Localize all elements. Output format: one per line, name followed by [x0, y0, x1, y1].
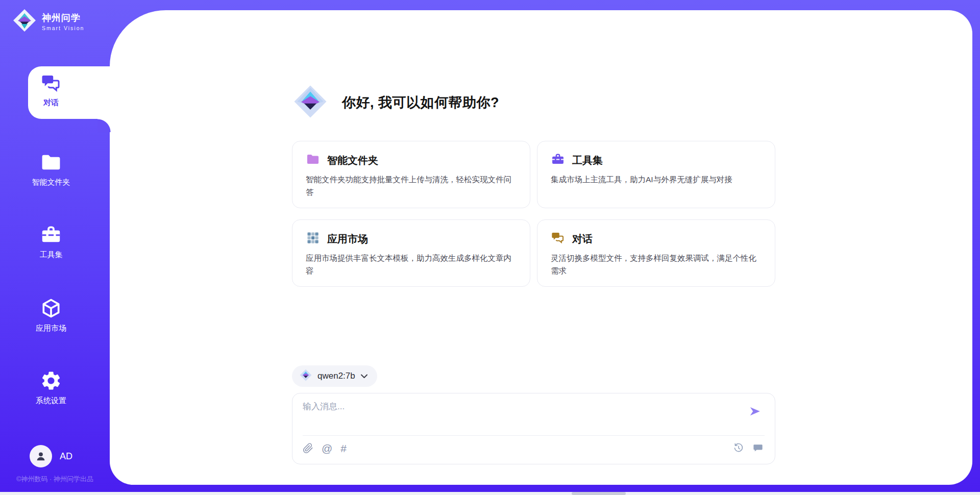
message-composer: @ #	[292, 393, 775, 464]
model-name: qwen2:7b	[317, 371, 355, 381]
history-icon[interactable]	[733, 442, 744, 454]
attachment-icon[interactable]	[303, 443, 313, 454]
horizontal-scrollbar[interactable]	[0, 492, 980, 495]
app-logo: 神州问学 Smart Vision	[12, 8, 84, 35]
gear-icon	[40, 369, 62, 392]
grid-icon	[306, 231, 320, 247]
sidebar-item-app-market[interactable]: 应用市场	[0, 297, 102, 333]
card-title: 对话	[572, 232, 593, 246]
card-chat[interactable]: 对话 灵活切换多模型文件，支持多样回复效果调试，满足个性化需求	[537, 219, 775, 287]
card-title: 智能文件夹	[327, 154, 378, 167]
greeting-row: 你好, 我可以如何帮助你?	[292, 83, 499, 122]
card-smart-folder[interactable]: 智能文件夹 智能文件夹功能支持批量文件上传与清洗，轻松实现文件问答	[292, 141, 530, 208]
sidebar-item-chat[interactable]: 对话	[0, 72, 102, 108]
folder-icon	[40, 151, 62, 174]
chat-icon	[40, 72, 62, 94]
card-description: 智能文件夹功能支持批量文件上传与清洗，轻松实现文件问答	[306, 173, 517, 199]
sidebar-item-smart-folder[interactable]: 智能文件夹	[0, 151, 102, 187]
sidebar: 神州问学 Smart Vision 对话 智能文件夹	[0, 0, 110, 495]
message-input[interactable]	[303, 401, 739, 429]
app-logo-icon	[12, 8, 37, 35]
toolbox-icon	[551, 152, 565, 168]
sidebar-item-settings[interactable]: 系统设置	[0, 369, 102, 406]
cube-icon	[40, 297, 62, 319]
model-diamond-icon	[299, 368, 312, 384]
card-app-market[interactable]: 应用市场 应用市场提供丰富长文本模板，助力高效生成多样化文章内容	[292, 219, 530, 287]
chat-bubble-icon[interactable]	[752, 442, 764, 454]
send-icon[interactable]	[748, 405, 762, 420]
sidebar-item-label: 智能文件夹	[32, 178, 70, 187]
main-content-panel: 你好, 我可以如何帮助你? 智能文件夹 智能文件夹功能支持批量文件上传与清洗，轻…	[110, 10, 972, 485]
mention-icon[interactable]: @	[322, 443, 332, 454]
card-title: 工具集	[572, 154, 603, 167]
user-name: AD	[60, 451, 72, 462]
active-tab-fillet	[97, 119, 111, 132]
card-title: 应用市场	[327, 232, 368, 246]
app-title: 神州问学	[42, 12, 84, 24]
sidebar-item-toolset[interactable]: 工具集	[0, 224, 102, 260]
card-toolset[interactable]: 工具集 集成市场上主流工具，助力AI与外界无缝扩展与对接	[537, 141, 775, 208]
sidebar-item-label: 应用市场	[36, 324, 66, 333]
chevron-down-icon	[360, 372, 368, 381]
toolbox-icon	[40, 224, 62, 246]
card-description: 应用市场提供丰富长文本模板，助力高效生成多样化文章内容	[306, 252, 517, 277]
composer-divider	[303, 435, 765, 436]
brand-diamond-icon	[292, 83, 329, 122]
sidebar-item-label: 系统设置	[36, 396, 66, 406]
copyright-text: ©神州数码 · 神州问学出品	[0, 475, 110, 484]
model-selector[interactable]: qwen2:7b	[292, 365, 377, 387]
folder-icon	[306, 152, 320, 168]
feature-cards: 智能文件夹 智能文件夹功能支持批量文件上传与清洗，轻松实现文件问答	[292, 141, 775, 287]
avatar	[30, 445, 52, 467]
app-tagline: Smart Vision	[42, 25, 84, 31]
user-account[interactable]: AD	[0, 445, 102, 467]
sidebar-item-label: 对话	[43, 98, 59, 108]
sidebar-item-label: 工具集	[40, 250, 63, 260]
card-description: 集成市场上主流工具，助力AI与外界无缝扩展与对接	[551, 173, 762, 186]
scrollbar-thumb[interactable]	[572, 492, 626, 495]
hashtag-icon[interactable]: #	[340, 443, 347, 454]
chat-welcome-area: 你好, 我可以如何帮助你? 智能文件夹 智能文件夹功能支持批量文件上传与清洗，轻…	[292, 10, 775, 485]
chat-icon	[551, 231, 565, 247]
greeting-title: 你好, 我可以如何帮助你?	[342, 93, 499, 112]
card-description: 灵活切换多模型文件，支持多样回复效果调试，满足个性化需求	[551, 252, 762, 277]
